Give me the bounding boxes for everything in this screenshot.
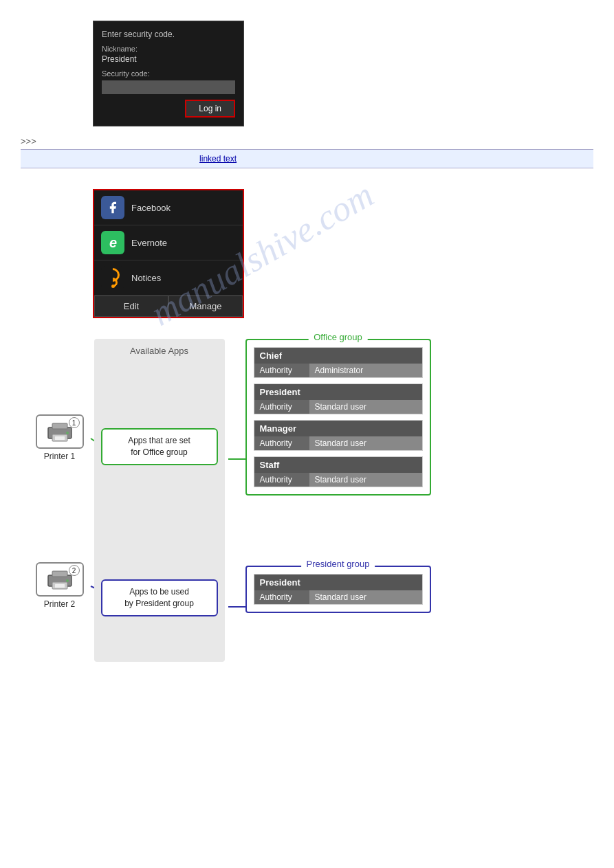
president-card: President Authority Standard user — [254, 383, 423, 414]
manager-name: Manager — [254, 421, 422, 436]
available-apps-box: Available Apps Apps that are setfor Offi… — [94, 339, 225, 662]
login-section: Enter security code. Nickname: President… — [0, 0, 614, 126]
pres-group-auth-value: Standard user — [309, 590, 422, 604]
facebook-icon — [101, 196, 124, 219]
note-bar: linked text — [21, 149, 593, 168]
available-apps-label: Available Apps — [130, 346, 188, 356]
facebook-label: Facebook — [131, 203, 171, 213]
callout-office: Apps that are setfor Office group — [101, 428, 218, 465]
chief-authority-row: Authority Administrator — [254, 364, 422, 377]
security-input[interactable] — [102, 80, 235, 94]
note-section: >>> linked text — [0, 129, 614, 175]
svg-point-7 — [66, 432, 69, 434]
staff-auth-label: Authority — [254, 473, 309, 487]
manager-card: Manager Authority Standard user — [254, 420, 423, 451]
president-auth-label: Authority — [254, 400, 309, 414]
evernote-app-item: e Evernote — [94, 225, 243, 260]
printer2-box: 2 Printer 2 — [32, 562, 87, 609]
office-group-box: Office group Chief Authority Administrat… — [245, 339, 431, 496]
president-auth-value: Standard user — [309, 400, 422, 414]
staff-card: Staff Authority Standard user — [254, 456, 423, 487]
staff-auth-value: Standard user — [309, 473, 422, 487]
notices-label: Notices — [131, 273, 161, 283]
manager-auth-label: Authority — [254, 436, 309, 450]
pres-group-president-name: President — [254, 575, 422, 590]
manager-authority-row: Authority Standard user — [254, 436, 422, 450]
printer2-icon: 2 — [36, 562, 84, 597]
facebook-app-item: Facebook — [94, 190, 243, 225]
note-arrow: >>> — [21, 136, 593, 146]
manager-auth-value: Standard user — [309, 436, 422, 450]
president-name: President — [254, 384, 422, 400]
printer2-label: Printer 2 — [32, 599, 87, 609]
notices-icon — [101, 266, 124, 289]
printer1-label: Printer 1 — [32, 452, 87, 461]
login-title: Enter security code. — [102, 30, 235, 39]
evernote-label: Evernote — [131, 238, 167, 248]
diagram-section: Available Apps Apps that are setfor Offi… — [0, 318, 614, 717]
staff-name: Staff — [254, 457, 422, 473]
chief-name: Chief — [254, 348, 422, 364]
svg-rect-5 — [52, 423, 67, 429]
president-group-label: President group — [301, 559, 375, 569]
callout-president: Apps to be usedby President group — [101, 579, 218, 616]
notices-app-item: Notices — [94, 260, 243, 296]
pres-group-authority-row: Authority Standard user — [254, 590, 422, 604]
login-dialog: Enter security code. Nickname: President… — [93, 21, 244, 126]
svg-rect-8 — [55, 436, 65, 440]
printer1-box: 1 Printer 1 — [32, 414, 87, 461]
note-link[interactable]: linked text — [199, 154, 237, 164]
diagram-container: Available Apps Apps that are setfor Offi… — [25, 339, 589, 696]
staff-authority-row: Authority Standard user — [254, 473, 422, 487]
chief-auth-label: Authority — [254, 364, 309, 377]
apps-dialog: Facebook e Evernote Notices Edit Manage — [93, 189, 244, 318]
printer2-number: 2 — [69, 565, 80, 576]
svg-point-12 — [66, 579, 69, 582]
president-authority-row: Authority Standard user — [254, 400, 422, 414]
printer1-icon: 1 — [36, 414, 84, 449]
manage-button[interactable]: Manage — [168, 296, 243, 317]
edit-button[interactable]: Edit — [94, 296, 168, 317]
pres-group-auth-label: Authority — [254, 590, 309, 604]
printer1-number: 1 — [69, 417, 80, 428]
svg-rect-10 — [52, 571, 67, 577]
nickname-value: President — [102, 54, 235, 64]
chief-card: Chief Authority Administrator — [254, 347, 423, 378]
app-buttons-row: Edit Manage — [94, 296, 243, 317]
login-button[interactable]: Log in — [185, 100, 235, 118]
pres-group-president-card: President Authority Standard user — [254, 574, 423, 605]
office-group-label: Office group — [308, 332, 368, 342]
chief-auth-value: Administrator — [309, 364, 422, 377]
president-group-box: President group President Authority Stan… — [245, 566, 431, 613]
apps-section: Facebook e Evernote Notices Edit Manage — [0, 175, 614, 318]
evernote-icon: e — [101, 231, 124, 254]
security-label: Security code: — [102, 69, 235, 78]
nickname-label: Nickname: — [102, 45, 235, 53]
svg-rect-13 — [55, 584, 65, 588]
